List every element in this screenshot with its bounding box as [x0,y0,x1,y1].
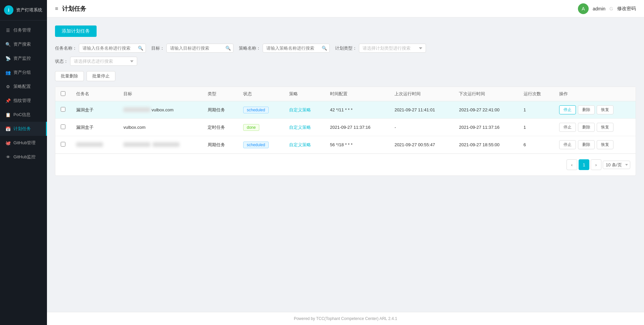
strategy-search-icon[interactable]: 🔍 [322,46,327,51]
status-label: 状态： [55,58,68,64]
nav-icon-github-monitor: 👁 [5,154,11,160]
delete-button-0[interactable]: 删除 [578,105,595,114]
last-run-cell: 2021-09-27 11:41:01 [389,101,453,119]
stop-button-0[interactable]: 停止 [559,105,576,114]
target-filter: 目标： 🔍 [151,44,233,53]
table-body: 漏洞盒子 vulbox.com 周期任务 scheduled 自定义策略 42 … [55,101,636,154]
header: ≡ 计划任务 A admin G 修改密码 [47,0,644,17]
menu-icon[interactable]: ≡ [55,6,58,12]
stop-button-2[interactable]: 停止 [559,140,576,149]
type-cell: 周期任务 [202,101,238,119]
task-table: 任务名 目标 类型 状态 策略 时间配置 上次运行时间 下次运行时间 运行次数 … [55,87,636,176]
next-page-button[interactable]: › [591,159,601,170]
task-name-filter: 任务名称： 🔍 [55,44,146,53]
nav-icon-task-management: ☰ [5,28,11,33]
footer-text: Powered by TCC(Tophant Competence Center… [294,316,397,321]
nav-label-task-management: 任务管理 [13,27,31,33]
run-count-cell: 1 [518,101,554,119]
strategy-link[interactable]: 自定义策略 [289,107,311,112]
table-row: 漏洞盒子 vulbox.com 定时任务 done 自定义策略 2021-09-… [55,119,636,136]
task-name-input[interactable] [79,44,146,53]
nav-label-asset-search: 资产搜索 [13,41,31,47]
header-right: A admin G 修改密码 [578,3,636,14]
status-filter: 状态： 请选择状态进行搜索 scheduled done [55,57,137,66]
nav-label-fingerprint: 指纹管理 [13,98,31,104]
target-label: 目标： [151,45,164,51]
task-name-label: 任务名称： [55,45,77,51]
status-select[interactable]: 请选择状态进行搜索 scheduled done [70,57,137,66]
strategy-input-wrap: 🔍 [263,44,330,53]
type-cell: 定时任务 [202,119,238,136]
col-next-run: 下次运行时间 [453,87,518,101]
strategy-link[interactable]: 自定义策略 [289,125,311,130]
page-1-button[interactable]: 1 [579,159,589,170]
status-cell: scheduled [238,136,284,154]
sidebar-item-policy-config[interactable]: ⚙ 策略配置 [0,79,47,94]
type-cell: 周期任务 [202,136,238,154]
plan-type-label: 计划类型： [335,45,357,51]
header-divider: G [609,6,613,11]
row-checkbox-1[interactable] [61,124,65,129]
strategy-filter: 策略名称： 🔍 [239,44,330,53]
row-checkbox-0[interactable] [61,107,65,112]
restore-button-1[interactable]: 恢复 [597,123,613,132]
col-task-name: 任务名 [71,87,118,101]
filter-row-2: 状态： 请选择状态进行搜索 scheduled done [55,57,636,66]
nav-label-asset-group: 资产分组 [13,69,31,75]
sidebar-item-task-management[interactable]: ☰ 任务管理 [0,23,47,37]
sidebar-item-github-manage[interactable]: 🐙 GitHub管理 [0,136,47,150]
sidebar-item-asset-group[interactable]: 👥 资产分组 [0,65,47,79]
table-header: 任务名 目标 类型 状态 策略 时间配置 上次运行时间 下次运行时间 运行次数 … [55,87,636,101]
delete-button-2[interactable]: 删除 [578,140,595,149]
change-password-link[interactable]: 修改密码 [617,6,636,12]
plan-type-select[interactable]: 请选择计划类型进行搜索 周期任务 定时任务 [359,44,426,53]
sidebar-item-asset-monitor[interactable]: 📡 资产监控 [0,51,47,65]
nav-icon-github-manage: 🐙 [5,140,11,146]
task-name-blurred [76,142,103,147]
task-table-element: 任务名 目标 类型 状态 策略 时间配置 上次运行时间 下次运行时间 运行次数 … [55,87,636,154]
prev-page-button[interactable]: ‹ [567,159,577,170]
header-left: ≡ 计划任务 [55,5,86,13]
target-search-icon[interactable]: 🔍 [225,46,231,51]
col-type: 类型 [202,87,238,101]
strategy-cell: 自定义策略 [284,136,325,154]
status-cell: done [238,119,284,136]
strategy-cell: 自定义策略 [284,119,325,136]
nav-label-scheduled-tasks: 计划任务 [13,126,31,132]
stop-button-1[interactable]: 停止 [559,123,576,132]
task-name: 漏洞盒子 [76,107,94,112]
sidebar-item-asset-search[interactable]: 🔍 资产搜索 [0,37,47,51]
row-checkbox-2[interactable] [61,142,65,147]
nav-label-github-manage: GitHub管理 [13,140,36,146]
target-cell [118,136,202,154]
select-all-checkbox[interactable] [61,91,65,96]
batch-stop-button[interactable]: 批量停止 [87,71,115,81]
sidebar-item-scheduled-tasks[interactable]: 📅 计划任务 [0,122,47,136]
sidebar-item-poc-info[interactable]: 📋 PoC信息 [0,108,47,122]
sidebar-item-github-monitor[interactable]: 👁 GitHub监控 [0,150,47,164]
task-name-cell: 漏洞盒子 [71,101,118,119]
status-badge: scheduled [243,107,269,113]
strategy-link[interactable]: 自定义策略 [289,142,311,147]
last-run-cell: - [389,119,453,136]
pagination: ‹ 1 › 10 条/页 20 条/页 50 条/页 [55,154,636,175]
add-task-button[interactable]: 添加计划任务 [55,25,97,37]
delete-button-1[interactable]: 删除 [578,123,595,132]
actions-cell: 停止 删除 恢复 [554,101,636,119]
task-name-search-icon[interactable]: 🔍 [138,46,143,51]
table-header-row: 任务名 目标 类型 状态 策略 时间配置 上次运行时间 下次运行时间 运行次数 … [55,87,636,101]
page-size-select[interactable]: 10 条/页 20 条/页 50 条/页 [603,161,630,169]
sidebar-logo: i 资产灯塔系统 [0,0,47,20]
col-run-count: 运行次数 [518,87,554,101]
sidebar-item-fingerprint[interactable]: 📌 指纹管理 [0,94,47,108]
restore-button-2[interactable]: 恢复 [597,140,613,149]
target-cell: vulbox.com [118,101,202,119]
logo-text: 资产灯塔系统 [16,7,42,13]
status-select-wrap: 请选择状态进行搜索 scheduled done [70,57,137,66]
restore-button-0[interactable]: 恢复 [597,105,613,114]
target-input[interactable] [166,44,233,53]
col-actions: 操作 [554,87,636,101]
batch-delete-button[interactable]: 批量删除 [55,71,84,81]
time-config-cell: 42 */11 * * * [325,101,389,119]
strategy-input[interactable] [263,44,330,53]
